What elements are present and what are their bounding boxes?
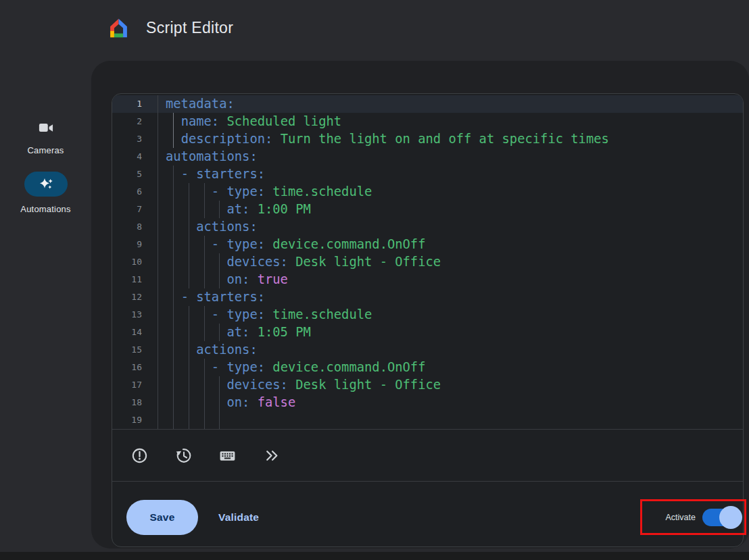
code-line[interactable]: 18 on: false xyxy=(112,394,743,411)
indent-guide xyxy=(204,324,205,341)
indent-guide xyxy=(219,411,220,429)
code-line[interactable]: 14 at: 1:05 PM xyxy=(112,324,743,341)
indent-guide xyxy=(173,253,174,271)
problems-button[interactable] xyxy=(130,447,149,465)
expand-toolbar-button[interactable] xyxy=(262,447,281,465)
indent-guide xyxy=(173,130,174,148)
code-line[interactable]: 9 - type: device.command.OnOff xyxy=(112,236,743,253)
keyboard-button[interactable] xyxy=(218,447,237,465)
indent-guide xyxy=(173,324,174,341)
activate-label: Activate xyxy=(666,513,696,522)
google-home-logo-icon xyxy=(107,16,130,40)
line-number: 9 xyxy=(112,236,158,253)
line-number: 15 xyxy=(112,341,158,359)
sidebar: Cameras Automations xyxy=(0,55,91,560)
indent-guide xyxy=(189,411,189,429)
code-line[interactable]: 15 actions: xyxy=(112,341,743,359)
indent-guide xyxy=(189,236,189,253)
app-header: Script Editor xyxy=(0,0,749,55)
indent-guide xyxy=(204,394,205,411)
code-line[interactable]: 11 on: true xyxy=(112,271,743,288)
indent-guide xyxy=(204,253,205,271)
code-line[interactable]: 4automations: xyxy=(112,148,743,166)
line-number: 5 xyxy=(112,166,158,183)
indent-guide xyxy=(189,271,189,288)
indent-guide xyxy=(173,236,174,253)
indent-guide xyxy=(173,201,174,218)
history-button[interactable] xyxy=(174,447,193,465)
indent-guide xyxy=(204,376,205,394)
indent-guide xyxy=(204,201,205,218)
line-number: 16 xyxy=(112,359,158,376)
validate-button[interactable]: Validate xyxy=(218,511,259,524)
line-number: 12 xyxy=(112,288,158,306)
indent-guide xyxy=(219,253,220,271)
keyboard-icon xyxy=(218,447,237,465)
sidebar-item-label: Automations xyxy=(20,204,70,214)
code-line[interactable]: 17 devices: Desk light - Office xyxy=(112,376,743,394)
indent-guide xyxy=(204,359,205,376)
code-line[interactable]: 3 description: Turn the light on and off… xyxy=(112,130,743,148)
indent-guide xyxy=(189,341,189,359)
save-button[interactable]: Save xyxy=(126,500,198,535)
indent-guide xyxy=(204,271,205,288)
indent-guide xyxy=(189,306,189,324)
code-line[interactable]: 2 name: Scheduled light xyxy=(112,113,743,130)
indent-guide xyxy=(173,376,174,394)
indent-guide xyxy=(219,324,220,341)
indent-guide xyxy=(173,359,174,376)
page-title: Script Editor xyxy=(146,19,233,37)
editor-frame: 1metadata:2 name: Scheduled light3 descr… xyxy=(112,93,744,547)
line-number: 3 xyxy=(112,130,158,148)
code-line[interactable]: 16 - type: device.command.OnOff xyxy=(112,359,743,376)
indent-guide xyxy=(189,253,189,271)
indent-guide xyxy=(204,306,205,324)
code-line[interactable]: 5 - starters: xyxy=(112,166,743,183)
sidebar-item-label: Cameras xyxy=(27,145,64,155)
line-number: 7 xyxy=(112,201,158,218)
indent-guide xyxy=(173,394,174,411)
code-editor[interactable]: 1metadata:2 name: Scheduled light3 descr… xyxy=(112,94,743,429)
history-icon xyxy=(174,447,193,465)
indent-guide xyxy=(189,359,189,376)
activate-toggle[interactable] xyxy=(702,509,733,526)
indent-guide xyxy=(189,376,189,394)
indent-guide xyxy=(204,411,205,429)
indent-guide xyxy=(204,236,205,253)
line-number: 4 xyxy=(112,148,158,166)
code-line[interactable]: 10 devices: Desk light - Office xyxy=(112,253,743,271)
line-number: 18 xyxy=(112,394,158,411)
indent-guide xyxy=(189,218,189,236)
indent-guide xyxy=(219,394,220,411)
editor-toolbar xyxy=(112,429,743,481)
indent-guide xyxy=(173,341,174,359)
indent-guide xyxy=(189,394,189,411)
bottom-strip xyxy=(0,552,749,560)
indent-guide xyxy=(173,166,174,183)
line-number: 13 xyxy=(112,306,158,324)
line-number: 2 xyxy=(112,113,158,130)
code-line[interactable]: 8 actions: xyxy=(112,218,743,236)
indent-guide xyxy=(173,218,174,236)
activate-group: Activate xyxy=(666,509,733,526)
code-line[interactable]: 1metadata: xyxy=(112,95,743,113)
code-line[interactable]: 12 - starters: xyxy=(112,288,743,306)
error-icon xyxy=(130,447,149,465)
line-number: 1 xyxy=(112,95,158,113)
sidebar-item-automations[interactable]: Automations xyxy=(0,172,91,214)
code-line[interactable]: 6 - type: time.schedule xyxy=(112,183,743,201)
indent-guide xyxy=(173,288,174,306)
indent-guide xyxy=(189,324,189,341)
indent-guide xyxy=(189,183,189,201)
selected-nav-pill xyxy=(24,172,68,197)
sidebar-item-cameras[interactable]: Cameras xyxy=(0,120,91,155)
indent-guide xyxy=(173,113,174,130)
code-line[interactable]: 19 xyxy=(112,411,743,429)
indent-guide xyxy=(204,183,205,201)
code-line[interactable]: 7 at: 1:00 PM xyxy=(112,201,743,218)
indent-guide xyxy=(173,183,174,201)
sparkle-icon xyxy=(38,177,54,192)
code-line[interactable]: 13 - type: time.schedule xyxy=(112,306,743,324)
indent-guide xyxy=(173,271,174,288)
indent-guide xyxy=(219,201,220,218)
